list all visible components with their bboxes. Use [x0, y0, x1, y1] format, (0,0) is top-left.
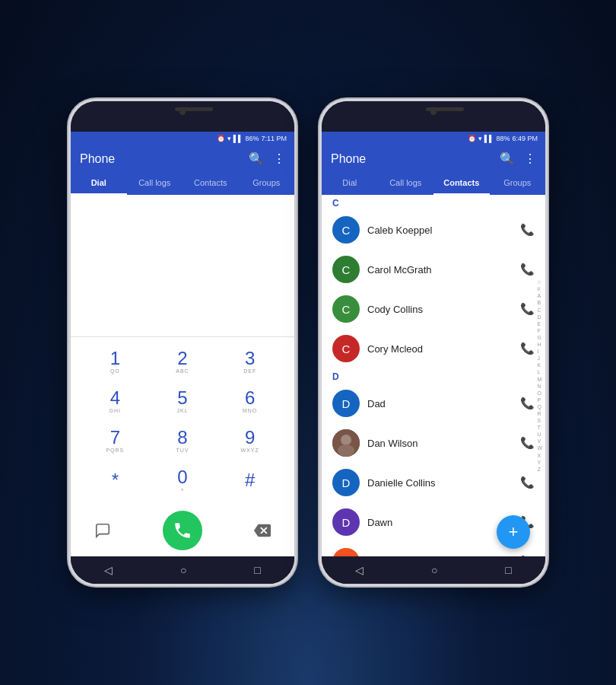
tab-groups-left[interactable]: Groups — [239, 172, 295, 195]
camera-left — [179, 109, 186, 115]
alpha-o[interactable]: O — [535, 390, 544, 397]
alpha-s[interactable]: S — [535, 417, 544, 424]
alphabet-index: ☆ # A B C D E F G H I J K L M N O — [535, 195, 544, 556]
alpha-m[interactable]: M — [535, 376, 544, 383]
phone-left: ⏰ ▾ ▌▌ 86% 7:11 PM Phone 🔍 ⋮ Dial Call l… — [68, 99, 297, 586]
alarm-icon: ⏰ — [217, 135, 225, 142]
app-header-left: Phone 🔍 ⋮ — [71, 145, 294, 172]
contact-cody[interactable]: C Cody Collins 📞 — [322, 289, 545, 329]
alpha-q[interactable]: Q — [535, 403, 544, 410]
contact-carol[interactable]: C Carol McGrath 📞 — [322, 250, 545, 289]
tab-contacts-right[interactable]: Contacts — [433, 172, 490, 195]
home-button-left[interactable]: ○ — [180, 564, 186, 576]
alpha-n[interactable]: N — [535, 383, 544, 390]
call-icon-cory[interactable]: 📞 — [520, 342, 535, 355]
alpha-v[interactable]: V — [535, 438, 544, 444]
contact-danielle[interactable]: D Danielle Collins 📞 — [322, 463, 545, 502]
key-3[interactable]: 3DEF — [218, 343, 282, 380]
tab-calllogs-right[interactable]: Call logs — [378, 172, 434, 195]
more-icon-left[interactable]: ⋮ — [273, 151, 285, 166]
call-button[interactable] — [163, 511, 202, 550]
tab-dial-right[interactable]: Dial — [322, 172, 378, 195]
key-4[interactable]: 4GHI — [83, 383, 148, 419]
alpha-w[interactable]: W — [535, 444, 544, 451]
dial-screen: 1QO 2ABC 3DEF 4GHI 5JKL 6MNO 7PQRS 8TUV … — [71, 195, 294, 556]
bottom-nav-left: ◁ ○ □ — [71, 556, 294, 584]
alpha-r[interactable]: R — [535, 410, 544, 417]
delete-button[interactable] — [249, 517, 276, 544]
alpha-c[interactable]: C — [535, 307, 544, 314]
battery-right: 88% — [496, 135, 510, 142]
back-button-right[interactable]: ◁ — [355, 564, 364, 576]
key-9[interactable]: 9WXYZ — [218, 422, 282, 459]
dial-actions — [71, 505, 294, 556]
tab-calllogs-left[interactable]: Call logs — [127, 172, 183, 195]
call-icon-dominos[interactable]: 📞 — [520, 555, 535, 556]
contact-cory[interactable]: C Cory Mcleod 📞 — [322, 329, 545, 368]
status-bar-right: ⏰ ▾ ▌▌ 88% 6:49 PM — [322, 132, 545, 145]
status-icons-left: ⏰ ▾ ▌▌ 86% 7:11 PM — [217, 135, 287, 142]
alpha-h[interactable]: H — [535, 341, 544, 348]
call-icon-dan[interactable]: 📞 — [520, 436, 535, 450]
name-caleb: Caleb Koeppel — [367, 225, 513, 236]
alpha-hash[interactable]: # — [535, 285, 544, 292]
contact-caleb[interactable]: C Caleb Koeppel 📞 — [322, 210, 545, 250]
key-star[interactable]: * — [83, 462, 148, 499]
alpha-x[interactable]: X — [535, 452, 544, 459]
alpha-f[interactable]: F — [535, 327, 544, 334]
sms-button[interactable] — [89, 517, 116, 544]
tab-dial-left[interactable]: Dial — [71, 172, 127, 195]
top-bezel-left — [71, 101, 294, 132]
tab-contacts-left[interactable]: Contacts — [183, 172, 239, 195]
tab-groups-right[interactable]: Groups — [490, 172, 546, 195]
name-dominos: Dominos — [367, 556, 513, 557]
home-button-right[interactable]: ○ — [431, 564, 437, 576]
key-2[interactable]: 2ABC — [151, 343, 215, 380]
add-contact-fab[interactable]: + — [497, 515, 530, 549]
call-icon-caleb[interactable]: 📞 — [520, 223, 535, 237]
call-icon-carol[interactable]: 📞 — [520, 263, 535, 276]
app-title-left: Phone — [80, 152, 115, 166]
call-icon-dad[interactable]: 📞 — [520, 397, 535, 410]
alpha-d[interactable]: D — [535, 314, 544, 320]
search-icon-right[interactable]: 🔍 — [500, 151, 515, 166]
alpha-y[interactable]: Y — [535, 459, 544, 466]
alpha-j[interactable]: J — [535, 355, 544, 362]
contact-dan[interactable]: Dan Wilson 📞 — [322, 423, 545, 463]
name-cody: Cody Collins — [367, 304, 513, 315]
call-icon-cody[interactable]: 📞 — [520, 302, 535, 316]
signal-icon: ▌▌ — [233, 135, 243, 142]
contact-dad[interactable]: D Dad 📞 — [322, 384, 545, 423]
alpha-i[interactable]: I — [535, 348, 544, 355]
key-7[interactable]: 7PQRS — [83, 422, 148, 459]
search-icon-left[interactable]: 🔍 — [249, 151, 264, 166]
call-icon-danielle[interactable]: 📞 — [520, 476, 535, 489]
signal-icon-right: ▌▌ — [484, 135, 494, 142]
more-icon-right[interactable]: ⋮ — [524, 151, 536, 166]
recents-button-right[interactable]: □ — [505, 564, 511, 576]
key-0[interactable]: 0+ — [151, 462, 215, 499]
name-dad: Dad — [367, 398, 513, 409]
alpha-a[interactable]: A — [535, 292, 544, 299]
avatar-caleb: C — [332, 216, 360, 244]
recents-button-left[interactable]: □ — [254, 564, 260, 576]
key-5[interactable]: 5JKL — [151, 383, 215, 419]
header-icons-right: 🔍 ⋮ — [500, 151, 536, 166]
avatar-cody: C — [332, 295, 360, 323]
alpha-l[interactable]: L — [535, 368, 544, 375]
alpha-t[interactable]: T — [535, 424, 544, 431]
dial-display — [71, 195, 294, 337]
alpha-e[interactable]: E — [535, 320, 544, 327]
back-button-left[interactable]: ◁ — [104, 564, 113, 576]
alpha-g[interactable]: G — [535, 334, 544, 341]
key-6[interactable]: 6MNO — [218, 383, 282, 419]
alpha-z[interactable]: Z — [535, 466, 544, 473]
key-hash[interactable]: # — [218, 462, 282, 499]
alpha-star[interactable]: ☆ — [535, 279, 544, 285]
key-1[interactable]: 1QO — [83, 343, 148, 380]
alpha-p[interactable]: P — [535, 397, 544, 403]
alpha-u[interactable]: U — [535, 431, 544, 438]
key-8[interactable]: 8TUV — [151, 422, 215, 459]
alpha-k[interactable]: K — [535, 362, 544, 368]
alpha-b[interactable]: B — [535, 299, 544, 306]
